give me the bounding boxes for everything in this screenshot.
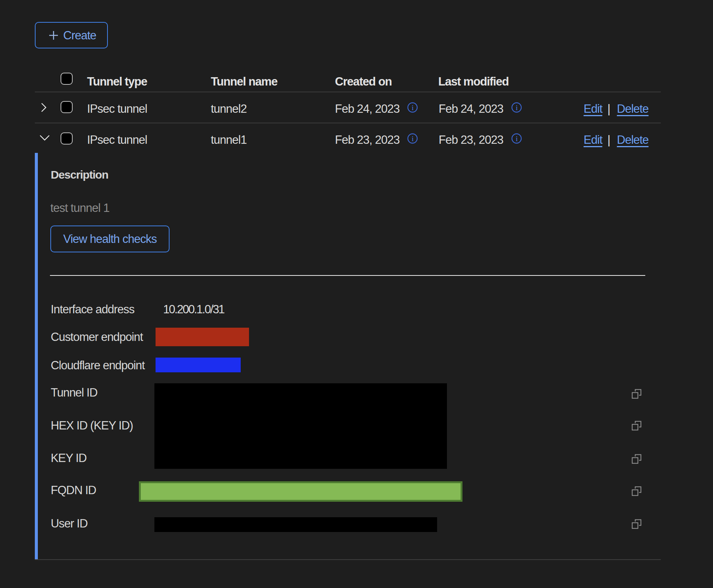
svg-text:i: i (516, 104, 518, 112)
svg-text:i: i (412, 104, 414, 112)
svg-text:i: i (516, 135, 518, 143)
svg-text:i: i (412, 135, 414, 143)
